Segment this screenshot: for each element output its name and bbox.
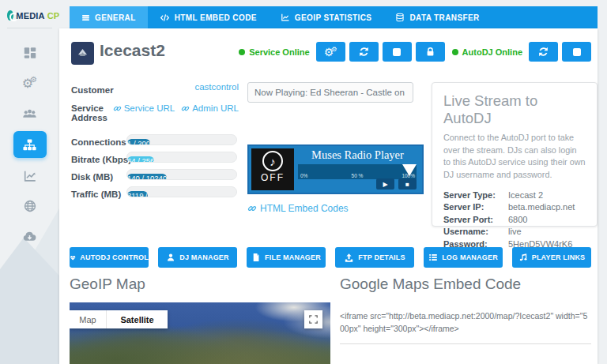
row-value: 6800 <box>508 214 527 227</box>
database-icon <box>395 13 405 22</box>
geoip-map-title: GeoIP Map <box>70 276 145 293</box>
file-manager-button[interactable]: FILE MANAGER <box>247 247 326 268</box>
upload-icon <box>344 253 354 263</box>
player-title: Muses Radio Player <box>296 148 419 162</box>
volume-slider[interactable]: 0% 50 % 100% <box>298 164 417 179</box>
table-row: Server IP:beta.mediacp.net <box>443 201 586 214</box>
gmaps-embed-code[interactable]: <iframe src="http://beta.mediacp.net:200… <box>340 310 591 344</box>
cloud-download-icon <box>22 229 37 244</box>
html-embed-codes-label: HTML Embed Codes <box>260 203 349 214</box>
gmaps-embed-title: Google Maps Embed Code <box>340 276 521 293</box>
stop-icon <box>573 48 581 56</box>
sidebar-item-downloads[interactable] <box>13 224 47 248</box>
meter-label: Bitrate (Kbps) <box>71 155 131 164</box>
play-button[interactable]: ▶ <box>376 178 394 190</box>
tab-geoip-statistics[interactable]: GEOIP STATISTICS <box>269 6 384 28</box>
service-lock-button[interactable] <box>416 42 445 62</box>
file-icon <box>251 253 261 262</box>
page-title: Icecast2 <box>100 41 165 60</box>
divider <box>7 28 52 28</box>
restart-icon <box>358 46 370 58</box>
sidebar-item-services[interactable] <box>13 131 47 158</box>
sidebar-item-network[interactable] <box>13 194 47 218</box>
chart-line-icon <box>23 169 37 183</box>
volume-50-label: 50 % <box>352 173 364 178</box>
button-label: DJ MANAGER <box>179 253 229 261</box>
customer-label: Customer <box>71 85 114 95</box>
sidebar-item-settings[interactable]: ⚙⚙ <box>13 71 47 95</box>
admin-url-label: Admin URL <box>192 103 239 113</box>
progress-track: 1 / 200 <box>126 134 237 145</box>
row-value: Icecast 2 <box>508 190 543 202</box>
admin-url-link[interactable]: Admin URL <box>181 103 239 113</box>
service-restart-button[interactable] <box>349 42 379 62</box>
link-icon <box>113 104 122 113</box>
table-row: Server Type:Icecast 2 <box>443 190 586 202</box>
progress-fill: 3119 / <box>127 191 148 197</box>
service-url-label: Service URL <box>124 103 175 113</box>
tab-data-transfer[interactable]: DATA TRANSFER <box>383 6 491 28</box>
fullscreen-button[interactable] <box>304 310 322 328</box>
autodj-status-label: AutoDJ Online <box>462 47 522 57</box>
volume-0-label: 0% <box>300 173 307 178</box>
rows-icon <box>81 13 90 22</box>
service-url-link[interactable]: Service URL <box>113 103 175 113</box>
player-links-button[interactable]: PLAYER LINKS <box>512 247 591 268</box>
volume-handle[interactable] <box>402 164 417 176</box>
grid-icon <box>23 46 37 60</box>
autodj-panel-title: Live Stream to AutoDJ <box>443 92 586 127</box>
autodj-panel: Live Stream to AutoDJ Connect to the Aut… <box>432 82 598 227</box>
autodj-stop-button[interactable] <box>562 42 591 62</box>
now-playing-field[interactable] <box>247 82 413 103</box>
tab-bar: GENERAL HTML EMBED CODE GEOIP STATISTICS… <box>70 6 598 28</box>
player-stop-button[interactable]: ■ <box>398 178 417 190</box>
satellite-view-button[interactable]: Satellite <box>107 310 168 328</box>
music-icon <box>518 253 528 262</box>
map-view-button[interactable]: Map <box>70 310 107 328</box>
service-address-label: Service Address <box>71 103 119 122</box>
meter-label: Traffic (MB) <box>71 190 121 199</box>
autodj-panel-description: Connect to the AutoDJ port to take over … <box>443 132 586 182</box>
geoip-map[interactable]: Map Satellite <box>70 302 330 364</box>
sidebar-item-statistics[interactable] <box>13 164 47 188</box>
log-manager-button[interactable]: LOG MANAGER <box>424 247 503 268</box>
user-icon <box>166 253 175 262</box>
link-icon <box>181 104 190 113</box>
service-details: Customer castcontrol Service Address Ser… <box>71 82 239 204</box>
sidebar-item-dashboard[interactable] <box>13 41 47 65</box>
sidebar: MEDIACP ⚙⚙ <box>0 0 59 364</box>
code-icon <box>160 13 170 23</box>
customer-link[interactable]: castcontrol <box>194 82 239 92</box>
service-status-dot <box>239 49 245 55</box>
row-label: Server IP: <box>443 201 508 214</box>
traffic-meter: Traffic (MB) 3119 / <box>71 186 239 197</box>
autodj-restart-button[interactable] <box>529 42 558 62</box>
link-icon <box>247 204 257 213</box>
list-icon <box>428 253 438 262</box>
stop-icon <box>393 48 401 56</box>
autodj-status-dot <box>452 49 458 55</box>
service-controls: Service Online ⚙⚙ AutoDJ Online <box>239 42 591 62</box>
sidebar-item-customers[interactable] <box>13 101 47 125</box>
brand-logo[interactable]: MEDIACP <box>0 0 59 21</box>
fullscreen-icon <box>309 315 318 324</box>
row-value: live <box>508 226 522 238</box>
tab-general[interactable]: GENERAL <box>70 6 148 28</box>
ftp-details-button[interactable]: FTP DETAILS <box>335 247 414 268</box>
row-label: Username: <box>443 226 508 238</box>
service-settings-button[interactable]: ⚙⚙ <box>316 42 345 62</box>
meter-label: Disk (MB) <box>71 172 113 182</box>
table-row: Username:live <box>443 226 586 238</box>
heartbeat-icon <box>70 253 76 263</box>
html-embed-codes-link[interactable]: HTML Embed Codes <box>247 203 349 214</box>
progress-track: 140 / 10240 <box>126 169 237 180</box>
button-label: FILE MANAGER <box>265 253 321 261</box>
player-off-label: OFF <box>261 172 285 183</box>
sitemap-icon <box>22 137 37 152</box>
player-artwork: ♪ OFF <box>251 148 294 190</box>
progress-fill: 64 / 256 <box>127 156 154 163</box>
autodj-control-button[interactable]: AUTODJ CONTROL <box>70 247 149 268</box>
tab-html-embed-code[interactable]: HTML EMBED CODE <box>148 6 269 28</box>
service-stop-button[interactable] <box>383 42 412 62</box>
dj-manager-button[interactable]: DJ MANAGER <box>158 247 237 268</box>
